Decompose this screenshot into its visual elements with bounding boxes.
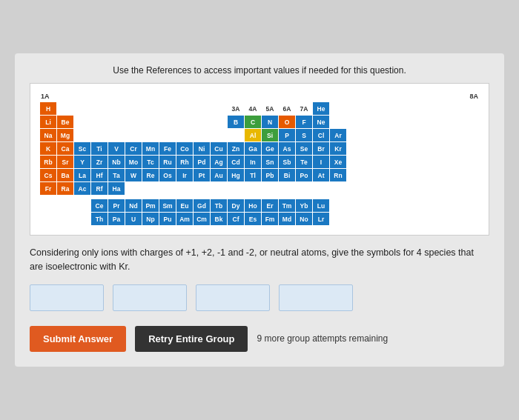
element-Mn: Mn (142, 142, 159, 155)
element-Hg: Hg (228, 169, 244, 181)
element-Cr: Cr (125, 142, 142, 155)
label-8b: ← 8B → (159, 129, 210, 141)
element-Sc: Sc (74, 142, 90, 155)
element-Pb: Pb (262, 169, 278, 181)
answer-box-1[interactable] (30, 284, 104, 311)
element-Ti: Ti (91, 142, 108, 155)
element-Yb: Yb (296, 199, 312, 212)
element-Fm: Fm (262, 213, 278, 225)
element-Li: Li (40, 116, 56, 128)
submit-button[interactable]: Submit Answer (30, 326, 126, 352)
element-Eu: Eu (176, 199, 193, 212)
element-At: At (313, 169, 329, 181)
element-N: N (262, 116, 278, 128)
element-K: K (40, 142, 56, 155)
element-Pt: Pt (194, 169, 210, 181)
element-Ge: Ge (262, 142, 278, 155)
element-P: P (279, 129, 295, 141)
periodic-table-grid: H 2A 3A 4A 5A 6A 7A He Li Be (39, 101, 347, 226)
element-Ta: Ta (108, 169, 125, 181)
label-5a: 5A (262, 102, 278, 115)
element-Pu: Pu (159, 213, 176, 225)
element-Cf: Cf (228, 213, 244, 225)
element-Rh: Rh (176, 156, 193, 168)
element-H: H (40, 102, 56, 115)
element-Cs: Cs (40, 169, 56, 181)
element-Ce: Ce (91, 199, 108, 212)
label-5b: 5B (108, 129, 125, 141)
label-4b: 4B (91, 129, 108, 141)
element-La: La (74, 169, 90, 181)
element-Tl: Tl (245, 169, 261, 181)
element-Mg: Mg (57, 129, 73, 141)
element-Bi: Bi (279, 169, 295, 181)
element-Cd: Cd (228, 156, 244, 168)
element-Nb: Nb (108, 156, 125, 168)
element-Md: Md (279, 213, 295, 225)
label-4a: 4A (245, 102, 261, 115)
element-Dy: Dy (228, 199, 244, 212)
element-Cl: Cl (313, 129, 329, 141)
label-7b: 7B (142, 129, 159, 141)
element-Co: Co (176, 142, 193, 155)
element-Si: Si (262, 129, 278, 141)
answer-box-3[interactable] (196, 284, 270, 311)
element-O: O (279, 116, 295, 128)
element-Zr: Zr (91, 156, 108, 168)
element-Sm: Sm (159, 199, 176, 212)
element-Po: Po (296, 169, 312, 181)
element-Er: Er (262, 199, 278, 212)
element-V: V (108, 142, 125, 155)
element-Ba: Ba (57, 169, 73, 181)
element-Ca: Ca (57, 142, 73, 155)
element-In: In (245, 156, 261, 168)
element-Be: Be (57, 116, 73, 128)
element-Hf: Hf (91, 169, 108, 181)
element-Ra: Ra (57, 182, 73, 195)
answer-box-4[interactable] (279, 284, 353, 311)
element-Fe: Fe (159, 142, 176, 155)
element-Pm: Pm (142, 199, 159, 212)
element-Pa: Pa (108, 213, 125, 225)
element-Pd: Pd (194, 156, 210, 168)
element-Es: Es (245, 213, 261, 225)
element-Th: Th (91, 213, 108, 225)
label-1b: 1B (211, 129, 227, 141)
element-Rf: Rf (91, 182, 108, 195)
element-Na: Na (40, 129, 56, 141)
element-Re: Re (142, 169, 159, 181)
element-Ha: Ha (108, 182, 125, 195)
element-Y: Y (74, 156, 90, 168)
label-2b: 2B (228, 129, 244, 141)
element-Cu: Cu (211, 142, 227, 155)
question-text: Considering only ions with charges of +1… (30, 246, 489, 274)
element-Cm: Cm (194, 213, 210, 225)
group-1a-label: 1A (41, 93, 50, 100)
element-Ac: Ac (74, 182, 90, 195)
instruction-text: Use the References to access important v… (30, 65, 489, 76)
element-Lu: Lu (313, 199, 329, 212)
attempts-text: 9 more group attempts remaining (257, 333, 388, 344)
label-6a: 6A (279, 102, 295, 115)
element-Tm: Tm (279, 199, 295, 212)
element-Tc: Tc (142, 156, 159, 168)
periodic-table: 1A 8A H 2A 3A 4A 5A 6A 7A He (30, 83, 489, 236)
element-C: C (245, 116, 261, 128)
element-Mo: Mo (125, 156, 142, 168)
element-Tb: Tb (211, 199, 227, 212)
element-I: I (313, 156, 329, 168)
element-Ag: Ag (211, 156, 227, 168)
element-Te: Te (296, 156, 312, 168)
element-Ar: Ar (330, 129, 346, 141)
element-Al: Al (245, 129, 261, 141)
answer-box-2[interactable] (113, 284, 187, 311)
element-Fr: Fr (40, 182, 56, 195)
page: Use the References to access important v… (15, 53, 504, 367)
element-Ir: Ir (176, 169, 193, 181)
element-Rn: Rn (330, 169, 346, 181)
group-8a-label: 8A (469, 93, 478, 100)
retry-button[interactable]: Retry Entire Group (135, 326, 248, 352)
element-No: No (296, 213, 312, 225)
element-Pr: Pr (108, 199, 125, 212)
element-F: F (296, 116, 312, 128)
